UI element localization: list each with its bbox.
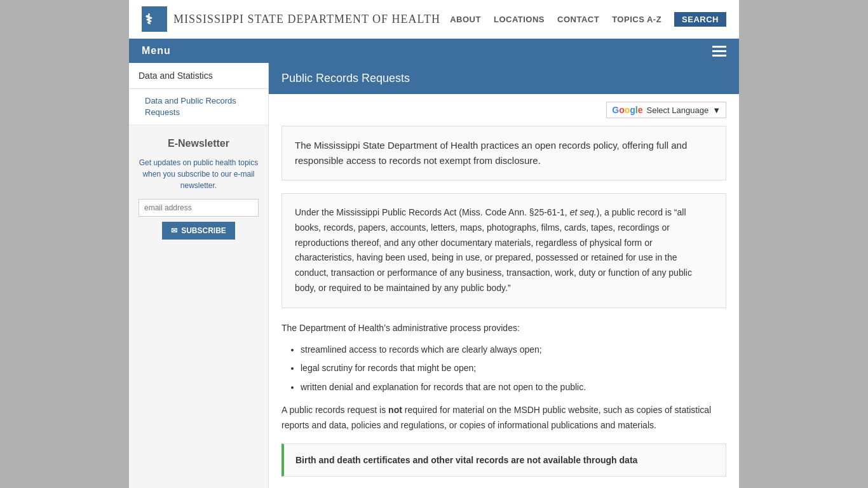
main-content: Public Records Requests Google Select La… — [269, 63, 739, 488]
intro-box: The Mississippi State Department of Heal… — [281, 126, 726, 180]
google-translate-widget[interactable]: Google Select Language ▼ — [606, 102, 726, 118]
page-title: Public Records Requests — [269, 63, 739, 94]
admin-bullet-3: written denial and explanation for recor… — [301, 380, 726, 395]
nav-search[interactable]: SEARCH — [674, 12, 726, 27]
law-text: Under the Mississippi Public Records Act… — [295, 205, 713, 296]
law-box: Under the Mississippi Public Records Act… — [281, 193, 726, 308]
nav-about[interactable]: ABOUT — [450, 15, 481, 24]
translate-bar: Google Select Language ▼ — [269, 94, 739, 126]
law-text-prefix: Under the Mississippi Public Records Act… — [295, 207, 570, 217]
content-area: The Mississippi State Department of Heal… — [269, 126, 739, 488]
select-language-label: Select Language — [647, 105, 709, 115]
admin-bullet-2: legal scrutiny for records that might be… — [301, 361, 726, 376]
org-name: Mississippi State Department of Health — [173, 13, 440, 26]
hamburger-line-2 — [712, 50, 726, 52]
admin-process: The Department of Health’s administrativ… — [281, 321, 726, 395]
admin-intro: The Department of Health’s administrativ… — [281, 321, 726, 336]
hamburger-line-3 — [712, 55, 726, 57]
subscribe-button[interactable]: ✉ SUBSCRIBE — [162, 222, 235, 240]
admin-list: streamlined access to records which are … — [301, 342, 726, 395]
google-logo: Google — [612, 105, 642, 115]
hamburger-menu[interactable] — [712, 46, 726, 57]
content-layout: Data and Statistics Data and Public Reco… — [129, 63, 739, 488]
intro-text: The Mississippi State Department of Heal… — [295, 138, 713, 168]
site-header: ⚕ Mississippi State Department of Health… — [129, 0, 739, 39]
menu-label: Menu — [142, 45, 171, 57]
envelope-icon: ✉ — [171, 226, 177, 235]
translate-dropdown-arrow: ▼ — [712, 105, 721, 115]
not-required-prefix: A public records request is — [281, 405, 388, 415]
notice-text: Birth and death certificates and other v… — [295, 453, 714, 467]
top-nav: ABOUT LOCATIONS CONTACT TOPICS A-Z SEARC… — [450, 12, 726, 27]
notice-box: Birth and death certificates and other v… — [281, 444, 726, 477]
email-input[interactable] — [139, 199, 259, 217]
law-text-italic: et seq. — [570, 207, 597, 217]
msdh-logo-icon: ⚕ — [142, 6, 167, 32]
logo-area: ⚕ Mississippi State Department of Health — [142, 6, 440, 32]
law-text-suffix: ), a public record is “all books, record… — [295, 207, 692, 293]
not-required-paragraph: A public records request is not required… — [281, 403, 726, 433]
enewsletter-description: Get updates on public health topics when… — [139, 157, 259, 191]
nav-locations[interactable]: LOCATIONS — [494, 15, 545, 24]
hamburger-line-1 — [712, 46, 726, 48]
svg-text:⚕: ⚕ — [145, 11, 153, 27]
menu-bar: Menu — [129, 39, 739, 63]
enewsletter-title: E-Newsletter — [139, 138, 259, 149]
sidebar: Data and Statistics Data and Public Reco… — [129, 63, 269, 488]
notice-bold-text: Birth and death certificates and other v… — [295, 455, 637, 465]
sidebar-section-title: Data and Statistics — [129, 63, 268, 89]
sidebar-item-data-public-records[interactable]: Data and Public Records Requests — [129, 89, 268, 125]
admin-bullet-1: streamlined access to records which are … — [301, 342, 726, 358]
subscribe-label: SUBSCRIBE — [181, 226, 226, 235]
nav-contact[interactable]: CONTACT — [557, 15, 599, 24]
enewsletter-section: E-Newsletter Get updates on public healt… — [129, 125, 268, 252]
nav-topics-az[interactable]: TOPICS A-Z — [612, 15, 661, 24]
not-required-bold: not — [388, 405, 402, 415]
